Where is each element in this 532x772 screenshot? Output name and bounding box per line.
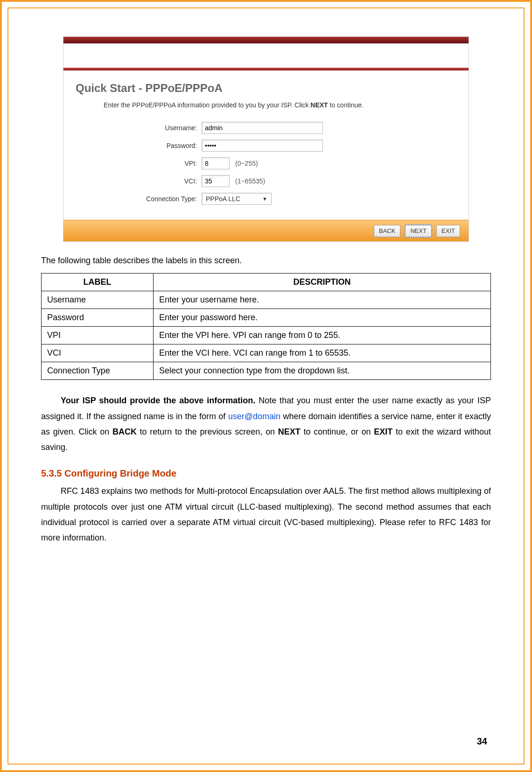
row-vpi: VPI: (0~255) — [132, 157, 456, 169]
page-inner: Quick Start - PPPoE/PPPoA Enter the PPPo… — [7, 7, 525, 765]
label-username: Username: — [132, 124, 202, 132]
isp-lead: Your ISP should provide the above inform… — [61, 396, 255, 405]
cell-desc: Enter your username here. — [154, 291, 491, 309]
row-username: Username: — [132, 122, 456, 134]
rfc1483-paragraph: RFC 1483 explains two methods for Multi-… — [41, 484, 491, 546]
th-label: LABEL — [42, 274, 154, 291]
instr-suffix: to continue. — [328, 101, 364, 109]
isp-t4: to continue, or on — [301, 427, 374, 436]
table-row: VCI Enter the VCI here. VCI can range fr… — [42, 344, 491, 362]
isp-paragraph: Your ISP should provide the above inform… — [41, 393, 491, 455]
instr-prefix: Enter the PPPoE/PPPoA information provid… — [104, 101, 310, 109]
cell-desc: Enter the VCI here. VCI can range from 1… — [154, 344, 491, 362]
cell-label: Username — [42, 291, 154, 309]
exit-button-label: EXIT — [441, 227, 455, 234]
cell-label: VCI — [42, 344, 154, 362]
cell-label: VPI — [42, 327, 154, 344]
row-connection-type: Connection Type: PPPoA LLC ▼ — [132, 193, 456, 205]
cell-desc: Enter the VPI here. VPI can range from 0… — [154, 327, 491, 344]
back-button[interactable]: BACK — [374, 225, 400, 237]
cell-label: Password — [42, 309, 154, 327]
next-button-label: NEXT — [410, 227, 427, 234]
back-button-label: BACK — [379, 227, 395, 234]
vci-range: (1~65535) — [235, 177, 265, 185]
th-description: DESCRIPTION — [154, 274, 491, 291]
password-field[interactable] — [202, 140, 323, 152]
page-number: 34 — [477, 736, 487, 747]
table-row: VPI Enter the VPI here. VPI can range fr… — [42, 327, 491, 344]
screenshot-body: Quick Start - PPPoE/PPPoA Enter the PPPo… — [63, 70, 469, 220]
pppoe-form: Username: Password: VPI: (0~255) VCI: — [132, 122, 456, 205]
exit-button[interactable]: EXIT — [436, 225, 460, 237]
screenshot-spacer — [63, 43, 469, 68]
table-header-row: LABEL DESCRIPTION — [42, 274, 491, 291]
table-intro: The following table describes the labels… — [41, 253, 491, 268]
row-vci: VCI: (1~65535) — [132, 175, 456, 187]
table-row: Password Enter your password here. — [42, 309, 491, 327]
label-vpi: VPI: — [132, 160, 202, 167]
vci-field[interactable] — [202, 175, 230, 187]
vpi-field[interactable] — [202, 157, 230, 169]
user-domain-link[interactable]: user@domain — [228, 412, 280, 421]
label-vci: VCI: — [132, 177, 202, 185]
document-page: Quick Start - PPPoE/PPPoA Enter the PPPo… — [0, 0, 532, 772]
embedded-screenshot: Quick Start - PPPoE/PPPoA Enter the PPPo… — [63, 36, 469, 242]
row-password: Password: — [132, 140, 456, 152]
vpi-range: (0~255) — [235, 160, 258, 167]
cell-desc: Select your connection type from the dro… — [154, 362, 491, 380]
label-connection-type: Connection Type: — [132, 195, 202, 203]
username-field[interactable] — [202, 122, 323, 134]
instr-bold: NEXT — [310, 101, 328, 109]
cell-desc: Enter your password here. — [154, 309, 491, 327]
next-button[interactable]: NEXT — [405, 225, 432, 237]
screenshot-top-red-bar — [63, 37, 469, 43]
table-row: Connection Type Select your connection t… — [42, 362, 491, 380]
table-row: Username Enter your username here. — [42, 291, 491, 309]
connection-type-select[interactable]: PPPoA LLC ▼ — [202, 193, 272, 205]
isp-back: BACK — [112, 427, 137, 436]
chevron-down-icon: ▼ — [262, 196, 267, 202]
quickstart-title: Quick Start - PPPoE/PPPoA — [76, 82, 456, 95]
isp-next: NEXT — [278, 427, 301, 436]
screenshot-footer: BACK NEXT EXIT — [63, 220, 469, 241]
connection-type-value: PPPoA LLC — [206, 195, 240, 203]
isp-t3: to return to the previous screen, on — [137, 427, 278, 436]
section-heading-535: 5.3.5 Configuring Bridge Mode — [41, 468, 491, 479]
label-description-table: LABEL DESCRIPTION Username Enter your us… — [41, 273, 491, 380]
label-password: Password: — [132, 142, 202, 149]
isp-exit: EXIT — [374, 427, 392, 436]
quickstart-instruction: Enter the PPPoE/PPPoA information provid… — [104, 101, 456, 109]
cell-label: Connection Type — [42, 362, 154, 380]
